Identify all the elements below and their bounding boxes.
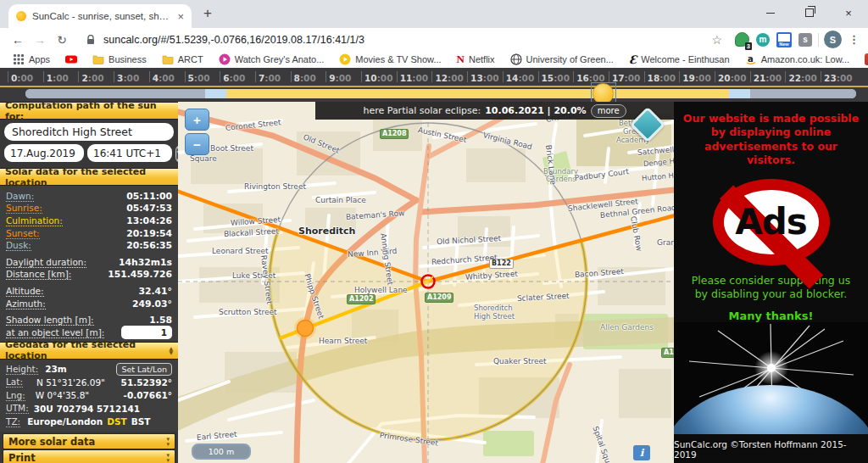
url-bar: ← → ↻ suncalc.org/#/51.5239,-0.0766,16/2…	[0, 28, 868, 51]
zoom-in-button[interactable]: +	[185, 109, 209, 131]
timeline-tick	[326, 71, 326, 82]
timeline-segment	[25, 89, 205, 98]
location-inputs: >|<	[0, 120, 178, 168]
map-info-button[interactable]: i	[633, 445, 650, 460]
tab-close-icon[interactable]: ×	[177, 11, 184, 22]
timeline-track[interactable]	[25, 89, 856, 98]
forward-button[interactable]: →	[31, 33, 49, 47]
bookmark-item[interactable]: Watch Grey's Anato...	[211, 53, 332, 65]
collapse-icon: ▲▼	[169, 346, 173, 354]
eclipse-more-button[interactable]: more	[591, 104, 626, 118]
timeline-tick	[291, 71, 292, 82]
bookmark-item[interactable]: gDownload Latest M...	[857, 53, 868, 65]
extension-s-icon[interactable]: s	[798, 32, 813, 47]
timeline-segment	[226, 89, 729, 98]
extension-pin-icon[interactable]: 3	[734, 32, 749, 47]
solar-data-row: Dusk:20:56:35	[6, 239, 172, 252]
window-close-button[interactable]: ×	[829, 0, 868, 25]
bookmark-item[interactable]: aAmazon.co.uk: Low...	[737, 53, 858, 65]
current-sun-marker[interactable]	[298, 321, 314, 337]
minimize-icon	[766, 12, 775, 14]
url-text[interactable]: suncalc.org/#/51.5239,-0.0766,16/2019.08…	[103, 34, 708, 46]
back-button[interactable]: ←	[8, 33, 27, 47]
ad-thanks: Many thanks!	[729, 310, 814, 322]
section-geodata-header[interactable]: Geodata for the selected location ▲▼	[0, 342, 178, 360]
timeline-tick	[397, 71, 398, 82]
location-input[interactable]	[4, 123, 174, 141]
timeline-hour-label: 19:00	[682, 73, 710, 83]
extension-m-icon[interactable]: m	[755, 32, 771, 47]
timeline-hour-label: 17:00	[612, 73, 640, 83]
chrome-menu-icon[interactable]: ⋮	[849, 33, 860, 46]
solar-data-value: 20:19:54	[126, 228, 172, 239]
solar-data-row: Daylight duration:14h32m1s	[6, 256, 172, 269]
timeline-hour-label: 14:00	[506, 73, 534, 83]
menu-label: More solar data	[8, 436, 95, 448]
window-controls: ×	[751, 0, 868, 25]
solar-data-row: Dawn:05:11:00	[6, 190, 172, 203]
timeline-hour-label: 0:00	[11, 73, 33, 83]
solar-data-value: 13:04:26	[126, 215, 172, 226]
object-level-input[interactable]	[121, 326, 172, 339]
solar-data-row: Culmination:13:04:26	[6, 215, 172, 227]
reload-button[interactable]: ↻	[53, 33, 71, 47]
bookmark-item[interactable]	[58, 53, 85, 65]
bookmark-item[interactable]: Movies & TV Show...	[331, 53, 448, 65]
bookmark-item[interactable]: Apps	[5, 53, 58, 65]
utm-row: UTM: 30U 702794 5712141	[6, 402, 172, 416]
timeline-tick	[679, 71, 680, 82]
timeline-hour-label: 21:00	[754, 73, 782, 83]
window-restore-button[interactable]	[790, 0, 829, 25]
timeline-tick	[750, 71, 751, 82]
bookmark-item[interactable]: NNetflix	[449, 53, 503, 66]
date-input[interactable]	[4, 144, 84, 162]
time-slider[interactable]: 0:001:002:003:004:005:006:007:008:009:00…	[0, 68, 868, 102]
bookmark-item[interactable]: ƐWelcome - Einthusan	[621, 53, 737, 66]
bookmark-item[interactable]: Business	[85, 53, 154, 65]
ad-message-green: Please consider supporting us by disabli…	[684, 274, 859, 302]
bookmarks-bar: AppsBusinessARCTWatch Grey's Anato...Mov…	[0, 51, 868, 68]
dst-flag: DST	[107, 416, 126, 427]
timeline-tick	[185, 71, 186, 82]
timeline-hour-label: 11:00	[400, 73, 428, 83]
menu-print[interactable]: Print▾▾	[3, 449, 175, 463]
solar-data-value: 14h32m1s	[119, 257, 172, 268]
timeline-hour-label: 16:00	[576, 73, 604, 83]
folder-icon	[92, 53, 104, 65]
extension-badge: 3	[745, 42, 752, 50]
youtube-icon	[65, 53, 77, 65]
height-value: 23m	[45, 364, 67, 374]
solar-data-row: Sunrise:05:47:53	[6, 203, 172, 215]
extension-new-icon[interactable]: New	[776, 32, 792, 47]
timeline-tick	[785, 71, 786, 82]
window-minimize-button[interactable]	[751, 0, 790, 25]
lat-row: Lat: N 51°31'26.09" 51.52392°	[6, 376, 172, 389]
timeline-hour-label: 20:00	[718, 73, 746, 83]
padlock-icon[interactable]	[86, 35, 95, 45]
bookmark-label: Welcome - Einthusan	[641, 54, 729, 64]
timeline-hour-label: 2:00	[81, 73, 103, 83]
timeline-tick	[609, 71, 609, 82]
bookmark-star-icon[interactable]: ☆	[711, 33, 722, 47]
zoom-out-button[interactable]: −	[185, 133, 209, 155]
bookmark-item[interactable]: ARCT	[154, 53, 211, 65]
timeline-hour-label: 4:00	[153, 73, 175, 83]
solar-data-label: Culmination:	[6, 215, 63, 226]
set-latlon-button[interactable]: Set Lat/Lon	[116, 363, 172, 376]
play-pink-icon	[219, 53, 231, 65]
profile-avatar[interactable]: S	[824, 31, 842, 48]
new-tab-button[interactable]: +	[203, 5, 212, 22]
browser-tab[interactable]: SunCalc - sunrise, sunset, shado ×	[8, 4, 192, 28]
browser-tab-strip: SunCalc - sunrise, sunset, shado × + ×	[0, 0, 868, 28]
timeline-tick	[361, 71, 362, 82]
bookmark-label: Business	[108, 54, 147, 64]
time-input[interactable]	[87, 144, 172, 162]
timeline-tick	[821, 71, 821, 82]
menu-more-solar-data[interactable]: More solar data▾▾	[3, 433, 175, 449]
timeline-hour-label: 23:00	[824, 73, 852, 83]
tz-value: Europe/London	[27, 416, 103, 427]
timeline-tick	[503, 71, 504, 82]
bookmark-item[interactable]: University of Green...	[503, 53, 621, 65]
map-area[interactable]: Coronet StreetBoot StreetSquareOld Stree…	[178, 102, 674, 463]
ad-message-red: Our website is made possible by displayi…	[682, 112, 860, 167]
